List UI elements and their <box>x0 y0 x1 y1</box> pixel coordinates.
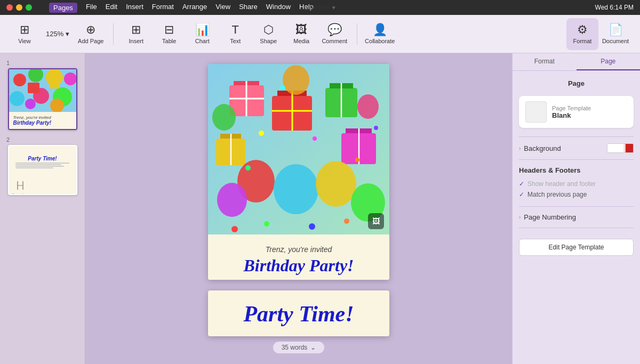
insert-button[interactable]: ⊞ Insert <box>120 18 152 50</box>
document-title[interactable]: Untitled ▼ <box>303 3 336 12</box>
page-numbering-row-left: › Page Numbering <box>519 213 576 221</box>
svg-point-46 <box>374 126 378 130</box>
menu-window[interactable]: Window <box>266 3 291 13</box>
svg-point-10 <box>25 99 36 109</box>
table-button[interactable]: ⊟ Table <box>153 18 185 50</box>
edit-template-button[interactable]: Edit Page Template <box>519 239 634 256</box>
view-label: View <box>18 38 31 44</box>
svg-rect-8 <box>28 83 39 93</box>
svg-point-50 <box>344 219 349 224</box>
media-label: Media <box>293 38 309 44</box>
menu-apple[interactable]: Pages <box>49 3 77 13</box>
menu-file[interactable]: File <box>86 3 97 13</box>
format-panel-button[interactable]: ⚙ Format <box>566 18 598 50</box>
close-button[interactable] <box>6 4 13 11</box>
divider-2 <box>519 159 634 160</box>
comment-icon: 💬 <box>327 24 342 36</box>
thumbnail-1-text: Trenz, you're invited Birthday Party! <box>9 112 76 129</box>
svg-point-36 <box>217 183 247 217</box>
thumbnail-2-lines <box>15 163 69 168</box>
background-color-swatch[interactable] <box>607 143 634 153</box>
shape-icon: ⬡ <box>263 24 274 36</box>
menu-view[interactable]: View <box>215 3 230 13</box>
thumbnail-2-fork-icon <box>12 180 34 191</box>
tab-format[interactable]: Format <box>513 53 577 70</box>
page-1-title: Birthday Party! <box>224 256 373 276</box>
divider-1 <box>519 136 634 137</box>
thumbnail-page-2[interactable]: 2 Party Time! <box>4 136 81 195</box>
panel-title: Page <box>519 79 634 87</box>
comment-label: Comment <box>322 38 347 44</box>
zoom-button[interactable]: 125% ▾ <box>42 28 74 40</box>
text-icon: T <box>232 24 239 36</box>
media-icon: 🖼 <box>295 24 307 36</box>
maximize-button[interactable] <box>26 4 32 11</box>
svg-point-39 <box>357 94 379 119</box>
word-count-bar: 35 words ⌄ <box>273 342 325 353</box>
svg-point-44 <box>355 158 359 162</box>
thumbnail-2-bottom: Party info <box>9 178 76 194</box>
thumbnail-card-2[interactable]: Party Time! Party info <box>8 145 77 195</box>
document-panel-button[interactable]: 📄 Document <box>599 18 631 50</box>
svg-point-1 <box>13 74 26 86</box>
titlebar: Pages File Edit Insert Format Arrange Vi… <box>0 0 640 15</box>
background-chevron-icon: › <box>519 145 521 151</box>
match-previous-page-row[interactable]: ✓ Match previous page <box>519 189 634 200</box>
divider-4 <box>519 228 634 228</box>
menu-arrange[interactable]: Arrange <box>182 3 207 13</box>
match-previous-check-icon: ✓ <box>519 191 524 198</box>
thumbnail-card-1[interactable]: Trenz, you're invited Birthday Party! <box>8 68 77 130</box>
word-count-chevron-icon[interactable]: ⌄ <box>310 344 316 351</box>
document-page-1[interactable]: 🖼 Trenz, you're invited Birthday Party! <box>208 64 389 280</box>
media-button[interactable]: 🖼 Media <box>285 18 317 50</box>
right-panel: Format Page Page Page Template Blank › B… <box>512 53 640 364</box>
menu-edit[interactable]: Edit <box>106 3 117 13</box>
page-2-number: 2 <box>4 136 10 143</box>
document-page-2[interactable]: Party Time! <box>208 290 389 336</box>
add-page-button[interactable]: ⊕ Add Page <box>75 18 107 50</box>
show-header-footer-label: Show header and footer <box>527 180 596 188</box>
zoom-chevron-icon: ▾ <box>66 30 69 38</box>
collaborate-button[interactable]: 👤 Collaborate <box>364 18 396 50</box>
menu-bar: Pages File Edit Insert Format Arrange Vi… <box>49 3 314 13</box>
svg-point-48 <box>264 221 269 227</box>
toolbar-left: ⊞ View 125% ▾ ⊕ Add Page <box>9 18 107 50</box>
toolbar-divider-2 <box>357 23 357 45</box>
text-button[interactable]: T Text <box>219 18 251 50</box>
chart-button[interactable]: 📊 Chart <box>186 18 218 50</box>
toolbar-divider-1 <box>113 23 114 45</box>
svg-point-38 <box>212 104 236 131</box>
menu-share[interactable]: Share <box>239 3 258 13</box>
word-count-text: 35 words <box>282 344 308 351</box>
image-edit-icon[interactable]: 🖼 <box>368 213 384 229</box>
page-numbering-row[interactable]: › Page Numbering <box>519 209 634 225</box>
thumbnail-page-1[interactable]: 1 <box>4 60 81 130</box>
menu-insert[interactable]: Insert <box>126 3 143 13</box>
panel-content: Page Page Template Blank › Background <box>513 71 640 364</box>
main-layout: 1 <box>0 53 640 364</box>
template-card: Page Template Blank <box>519 96 634 128</box>
thumbnail-2-top: Party Time! <box>9 146 76 178</box>
background-row-left: › Background <box>519 144 561 152</box>
page-2-title: Party Time! <box>224 301 373 327</box>
view-button[interactable]: ⊞ View <box>9 18 41 50</box>
document-canvas[interactable]: 🖼 Trenz, you're invited Birthday Party! … <box>85 53 512 364</box>
shape-label: Shape <box>260 38 277 44</box>
show-header-footer-row[interactable]: ✓ Show header and footer <box>519 179 634 189</box>
view-icon: ⊞ <box>20 24 29 36</box>
minimize-button[interactable] <box>16 4 22 11</box>
template-thumbnail <box>525 101 547 123</box>
background-row[interactable]: › Background <box>519 139 634 157</box>
page-thumbnails-sidebar: 1 <box>0 53 85 364</box>
tab-page[interactable]: Page <box>577 53 641 70</box>
page-1-number: 1 <box>4 60 10 66</box>
shape-button[interactable]: ⬡ Shape <box>252 18 284 50</box>
table-label: Table <box>162 38 176 44</box>
thumbnail-1-image <box>9 69 76 112</box>
page-1-image-area: 🖼 <box>208 64 389 234</box>
page-1-text-area: Trenz, you're invited Birthday Party! <box>208 234 389 280</box>
menu-format[interactable]: Format <box>152 3 174 13</box>
comment-button[interactable]: 💬 Comment <box>318 18 350 50</box>
thumbnail-2-footer: Party info <box>12 193 73 195</box>
template-name: Blank <box>552 111 591 119</box>
